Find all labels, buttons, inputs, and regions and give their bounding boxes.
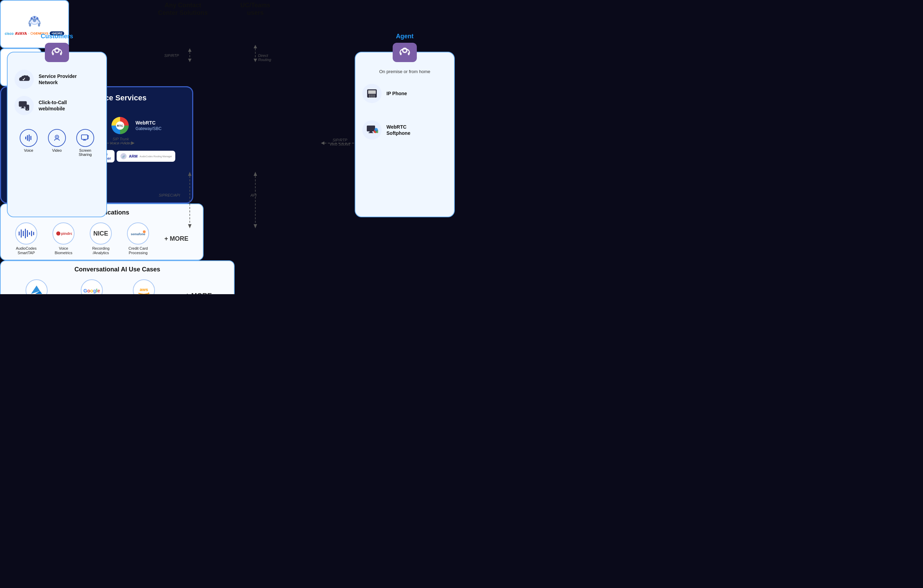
semafone-item: semafone Credit CardProcessing xyxy=(127,223,149,255)
svg-rect-69 xyxy=(370,131,372,133)
webrtc-icon: RTC xyxy=(108,113,132,138)
desk-phone-icon xyxy=(366,87,378,100)
svg-rect-47 xyxy=(25,137,26,139)
ai-use-cases-row: Azure Conversational IVR Google Virtual … xyxy=(1,276,234,294)
sip-rtp-right-label: SIP/RTPWeb Socket xyxy=(324,138,355,146)
svg-rect-70 xyxy=(368,133,373,133)
arm-chip: 🔗 ARM AudioCodes Routing Manager xyxy=(117,151,176,162)
semafone-icon: semafone xyxy=(130,228,147,239)
voice-icon-circle xyxy=(20,129,38,147)
svg-point-82 xyxy=(56,231,61,236)
svg-rect-68 xyxy=(367,126,375,131)
sip-rtp-top-label: SIP/RTP xyxy=(164,54,179,57)
customers-label: Customers xyxy=(7,33,107,40)
softphone-item: WebRTCSoftphone xyxy=(355,117,454,143)
service-provider-icon xyxy=(15,70,34,89)
aws-logo: aws xyxy=(133,279,155,294)
aws-icon: aws xyxy=(135,284,153,294)
svg-rect-78 xyxy=(27,230,28,237)
video-icon-item: Video xyxy=(48,129,66,157)
svg-point-67 xyxy=(373,96,375,98)
ip-phone-icon xyxy=(362,84,382,103)
ip-phone-item: IP Phone xyxy=(355,80,454,106)
svg-rect-49 xyxy=(29,134,30,141)
video-label: Video xyxy=(52,148,62,152)
click-to-call-label: Click-to-Callweb/mobile xyxy=(39,99,67,112)
svg-rect-75 xyxy=(21,229,22,237)
pindrop-label: VoiceBiometrics xyxy=(54,246,72,255)
ai-use-cases-box: Conversational AI Use Cases Azure Conver… xyxy=(0,260,235,294)
svg-rect-80 xyxy=(31,231,32,236)
click-to-call-item: Click-to-Callweb/mobile xyxy=(8,92,106,119)
api-label: API xyxy=(251,193,257,197)
svg-marker-8 xyxy=(254,45,257,48)
svg-point-65 xyxy=(369,96,371,98)
svg-marker-4 xyxy=(188,59,192,62)
voice-apps-row: AudioCodesSmartTAP pindrop VoiceBiometri… xyxy=(1,219,203,259)
svg-rect-53 xyxy=(81,135,88,139)
pindrop-icon: pindrop xyxy=(55,228,72,239)
softphone-label: WebRTCSoftphone xyxy=(386,124,410,136)
google-icon: Google xyxy=(83,284,101,294)
svg-rect-43 xyxy=(22,106,24,108)
svg-rect-48 xyxy=(27,135,28,141)
customers-bottom-icons: Voice Video xyxy=(8,126,106,158)
service-provider-item: Service ProviderNetwork xyxy=(8,66,106,92)
video-icon-circle xyxy=(48,129,66,147)
softphone-icon xyxy=(362,120,382,140)
any-contact-label: Any Contact Center Solutions xyxy=(145,2,221,16)
sip-trunk-label: SIP TrunkVoice / Video xyxy=(107,137,135,145)
semafone-label: Credit CardProcessing xyxy=(128,246,148,255)
nice-item: NICE Recording/Analytics xyxy=(90,223,112,255)
click-to-call-icon xyxy=(15,96,34,115)
aws-item: aws Agent Assist xyxy=(133,279,155,294)
svg-rect-44 xyxy=(21,108,25,108)
google-item: Google Virtual Agent xyxy=(81,279,103,294)
svg-text:🔗: 🔗 xyxy=(122,155,125,158)
service-provider-label: Service ProviderNetwork xyxy=(39,73,77,85)
arm-icon: 🔗 xyxy=(120,153,127,160)
svg-text:semafone: semafone xyxy=(131,233,145,236)
smarttap-logo xyxy=(15,223,37,244)
svg-marker-16 xyxy=(254,224,257,228)
pindrop-logo: pindrop xyxy=(53,223,74,244)
nice-logo: NICE xyxy=(90,223,112,244)
svg-text:aws: aws xyxy=(140,287,148,292)
siprec-api-label: SIPREC/API xyxy=(159,193,180,197)
svg-marker-17 xyxy=(254,172,257,176)
smarttap-label: AudioCodesSmartTAP xyxy=(16,246,36,255)
svg-point-66 xyxy=(371,96,373,98)
svg-point-24 xyxy=(36,17,38,19)
svg-text:Google: Google xyxy=(83,288,100,293)
customer-headset-icon xyxy=(50,46,64,59)
customers-box: Service ProviderNetwork Click-to-Callweb… xyxy=(7,52,107,217)
svg-marker-5 xyxy=(188,48,192,52)
svg-rect-74 xyxy=(19,231,20,236)
agent-avatar xyxy=(393,43,417,62)
main-diagram: Any Contact Center Solutions UC/Teams us… xyxy=(0,0,462,294)
devices-icon xyxy=(18,99,30,112)
ip-phone-label: IP Phone xyxy=(386,90,407,97)
direct-routing-label: DirectRouting xyxy=(258,54,271,62)
agent-headset-icon xyxy=(398,46,412,59)
headset-icon xyxy=(26,15,43,29)
svg-rect-77 xyxy=(25,229,26,238)
svg-rect-76 xyxy=(23,231,24,236)
screen-sharing-icon-item: ScreenSharing xyxy=(76,129,94,157)
svg-rect-81 xyxy=(33,232,34,235)
svg-text:pindrop: pindrop xyxy=(61,231,72,236)
cloud-phone-icon xyxy=(18,73,30,85)
screen-sharing-icon xyxy=(80,133,90,143)
svg-text:NICE: NICE xyxy=(94,230,108,237)
voice-icon-item: Voice xyxy=(20,129,38,157)
semafone-logo: semafone xyxy=(127,223,149,244)
nice-icon: NICE xyxy=(92,229,109,238)
pindrop-item: pindrop VoiceBiometrics xyxy=(53,223,74,255)
voice-label: Voice xyxy=(24,148,33,152)
google-logo: Google xyxy=(81,279,103,294)
video-icon xyxy=(52,133,62,143)
ai-more: + MORE xyxy=(185,292,212,294)
svg-rect-54 xyxy=(84,139,85,140)
svg-rect-55 xyxy=(83,140,86,141)
svg-point-63 xyxy=(371,95,373,96)
